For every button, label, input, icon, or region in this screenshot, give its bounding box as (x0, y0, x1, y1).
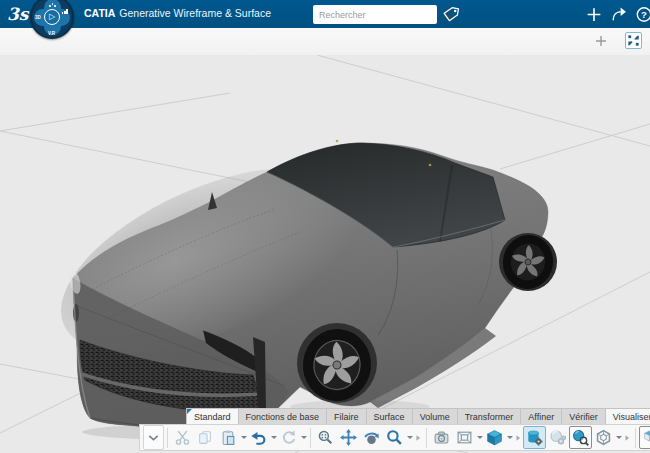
tab-label: Volume (420, 412, 450, 422)
top-app-bar: 3s 3D V.R ▷ CATIAGenerative Wireframe & … (0, 0, 650, 28)
cut-button (171, 426, 194, 449)
expander-icon (145, 429, 162, 446)
tab-label: Surface (374, 412, 405, 422)
camera-icon (433, 429, 450, 446)
wireframe-button[interactable] (592, 426, 615, 449)
tab-surface[interactable]: Surface (366, 408, 412, 424)
tab-volume[interactable]: Volume (412, 408, 457, 424)
pointer-cube-icon (642, 429, 650, 446)
help-icon[interactable]: ? (635, 6, 650, 23)
shaded-analysis-button[interactable] (569, 426, 592, 449)
rotate-button[interactable] (360, 426, 383, 449)
tab-standard[interactable]: Standard (186, 408, 238, 424)
pan-button[interactable] (337, 426, 360, 449)
wireframe-icon (595, 429, 612, 446)
paste-icon (220, 429, 237, 446)
viewport-3d[interactable] (0, 55, 650, 453)
cut-icon (174, 429, 191, 446)
car-model[interactable] (60, 135, 575, 450)
copy-button (194, 426, 217, 449)
app-title: CATIAGenerative Wireframe & Surface (84, 7, 271, 19)
ribbon-tabs: StandardFonctions de baseFilaireSurfaceV… (186, 408, 650, 424)
pointer-cube-button[interactable] (639, 426, 650, 449)
toolbar-separator (635, 428, 636, 448)
dropdown-caret[interactable] (615, 426, 622, 449)
secondary-bar (0, 28, 650, 55)
zoom-area-button[interactable] (314, 426, 337, 449)
tab-label: Fonctions de base (246, 412, 320, 422)
tab-visualiser[interactable]: Visualiser (605, 408, 650, 424)
undo-button[interactable] (247, 426, 270, 449)
tab-label: Transformer (465, 412, 514, 422)
flyout-chevron-icon[interactable] (413, 426, 423, 449)
shaded-analysis-icon (572, 429, 589, 446)
collapse-window-icon[interactable] (625, 32, 642, 49)
toolbar-separator (310, 428, 311, 448)
zoom-area-icon (317, 429, 334, 446)
expander-button[interactable] (143, 425, 164, 450)
redo-button (277, 426, 300, 449)
paste-button[interactable] (217, 426, 240, 449)
application-window: 3s 3D V.R ▷ CATIAGenerative Wireframe & … (0, 0, 650, 453)
add-icon[interactable] (585, 6, 603, 23)
view-frame-icon (456, 429, 473, 446)
flyout-chevron-icon[interactable] (513, 426, 523, 449)
action-toolbar (139, 424, 650, 451)
people-icon (49, 3, 56, 7)
compass-3d-label: 3D (35, 15, 41, 20)
dropdown-caret[interactable] (506, 426, 513, 449)
zoom-button[interactable] (383, 426, 406, 449)
toolbar-separator (167, 428, 168, 448)
play-icon[interactable]: ▷ (44, 9, 60, 25)
svg-text:?: ? (641, 9, 647, 20)
tab-fonctions-de-base[interactable]: Fonctions de base (238, 408, 327, 424)
compass-vr-label: V.R (48, 31, 55, 36)
tab-v-rifier[interactable]: Vérifier (561, 408, 605, 424)
app-name: CATIA (84, 7, 115, 19)
rotate-icon (363, 429, 380, 446)
iso-view-button[interactable] (483, 426, 506, 449)
tab-label: Filaire (334, 412, 359, 422)
dropdown-caret[interactable] (476, 426, 483, 449)
shaded-material-icon (526, 429, 543, 446)
tab-affiner[interactable]: Affiner (520, 408, 561, 424)
tab-filaire[interactable]: Filaire (326, 408, 366, 424)
tab-label: Affiner (528, 412, 554, 422)
toolbar-separator (426, 428, 427, 448)
tab-label: Standard (194, 412, 231, 422)
search-box (313, 5, 437, 24)
pan-icon (340, 429, 357, 446)
zoom-icon (386, 429, 403, 446)
workbench-name: Generative Wireframe & Surface (119, 7, 271, 19)
copy-icon (197, 429, 214, 446)
3ds-logo[interactable]: 3s (7, 3, 31, 25)
tag-icon[interactable] (442, 6, 460, 23)
redo-icon (280, 429, 297, 446)
add-icon[interactable] (594, 34, 608, 48)
dropdown-caret[interactable] (270, 426, 277, 449)
dropdown-caret[interactable] (300, 426, 307, 449)
camera-button[interactable] (430, 426, 453, 449)
shaded-off-icon (549, 429, 566, 446)
iso-view-icon (486, 429, 503, 446)
search-input[interactable] (313, 10, 440, 20)
flyout-chevron-icon[interactable] (622, 426, 632, 449)
tab-label: Vérifier (569, 412, 598, 422)
tab-transformer[interactable]: Transformer (457, 408, 521, 424)
shaded-off-button (546, 426, 569, 449)
view-frame-button[interactable] (453, 426, 476, 449)
shaded-material-button[interactable] (523, 426, 546, 449)
tab-label: Visualiser (613, 412, 650, 422)
dropdown-caret[interactable] (240, 426, 247, 449)
undo-icon (250, 429, 267, 446)
share-icon[interactable] (610, 6, 628, 23)
dropdown-caret[interactable] (406, 426, 413, 449)
